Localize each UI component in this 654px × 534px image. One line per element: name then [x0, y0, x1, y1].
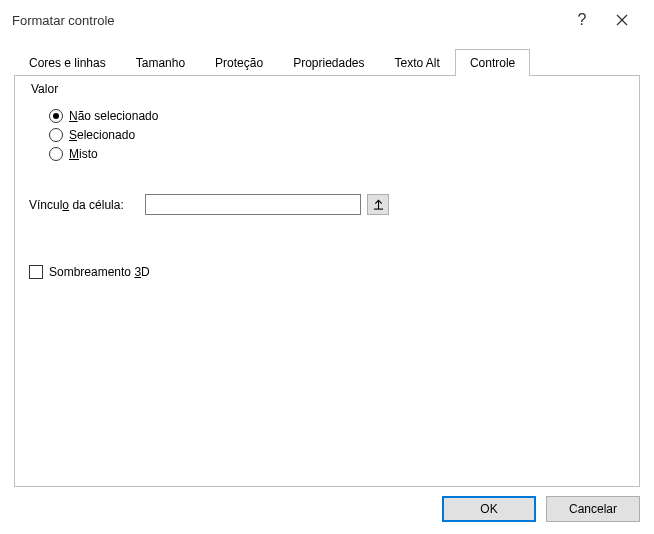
close-icon [616, 14, 628, 26]
checkbox-label: Sombreamento 3D [49, 265, 150, 279]
radio-label: Não selecionado [69, 109, 158, 123]
tab-properties[interactable]: Propriedades [278, 49, 379, 76]
tab-colors-lines[interactable]: Cores e linhas [14, 49, 121, 76]
group-valor-label: Valor [29, 82, 60, 96]
checkbox-icon [29, 265, 43, 279]
group-valor: Valor Não selecionado Selecionado Misto [29, 90, 625, 176]
radio-nao-selecionado[interactable]: Não selecionado [49, 109, 615, 123]
radio-misto[interactable]: Misto [49, 147, 615, 161]
window-title: Formatar controle [12, 13, 562, 28]
range-selector-button[interactable] [367, 194, 389, 215]
cancel-button[interactable]: Cancelar [546, 496, 640, 522]
radio-icon [49, 128, 63, 142]
radio-selecionado[interactable]: Selecionado [49, 128, 615, 142]
cell-link-row: Vínculo da célula: [29, 194, 625, 215]
tab-strip: Cores e linhas Tamanho Proteção Propried… [14, 48, 640, 75]
titlebar: Formatar controle ? [0, 0, 654, 40]
tab-protection[interactable]: Proteção [200, 49, 278, 76]
range-selector-icon [373, 199, 384, 210]
checkbox-shading-3d[interactable]: Sombreamento 3D [29, 265, 625, 279]
radio-label: Misto [69, 147, 98, 161]
tab-size[interactable]: Tamanho [121, 49, 200, 76]
ok-button[interactable]: OK [442, 496, 536, 522]
help-button[interactable]: ? [562, 0, 602, 40]
cell-link-input[interactable] [145, 194, 361, 215]
tab-panel-control: Valor Não selecionado Selecionado Misto … [14, 75, 640, 487]
tab-alt-text[interactable]: Texto Alt [380, 49, 455, 76]
radio-icon [49, 109, 63, 123]
close-button[interactable] [602, 0, 642, 40]
radio-label: Selecionado [69, 128, 135, 142]
help-icon: ? [578, 11, 587, 29]
dialog-footer: OK Cancelar [442, 496, 640, 522]
tab-control[interactable]: Controle [455, 49, 530, 76]
radio-icon [49, 147, 63, 161]
cell-link-label: Vínculo da célula: [29, 198, 139, 212]
